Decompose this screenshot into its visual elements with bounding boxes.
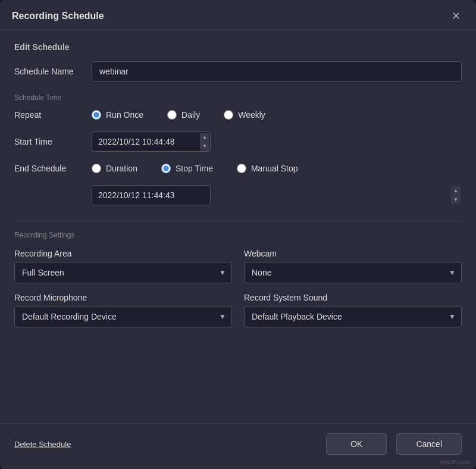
repeat-weekly[interactable]: Weekly [224,110,265,120]
end-time-wrapper: ▲ ▼ [92,185,462,205]
webcam-select-wrapper: None Default Webcam ▼ [244,262,462,283]
repeat-daily-radio[interactable] [167,110,177,120]
dialog-body: Edit Schedule Schedule Name Schedule Tim… [0,30,476,423]
end-duration-label: Duration [106,164,137,173]
end-schedule-row: End Schedule Duration Stop Time [14,164,462,173]
dialog-footer: Delete Schedule OK Cancel [0,423,476,469]
record-microphone-select[interactable]: Default Recording Device None [14,306,232,327]
repeat-run-once-radio[interactable] [92,110,101,120]
repeat-daily-label: Daily [181,110,200,120]
start-time-up[interactable]: ▲ [200,133,209,142]
repeat-run-once-label: Run Once [106,110,143,120]
dialog-title: Recording Schedule [12,11,104,21]
webcam-label: Webcam [244,249,462,258]
start-time-control: ▲ ▼ [92,132,462,152]
end-schedule-options: Duration Stop Time Manual Stop [92,164,462,173]
area-webcam-row: Recording Area Full Screen Custom Region… [14,249,462,283]
mic-system-row: Record Microphone Default Recording Devi… [14,293,462,327]
webcam-select[interactable]: None Default Webcam [244,262,462,283]
start-time-input[interactable] [92,132,211,152]
end-stop-time[interactable]: Stop Time [161,164,213,173]
recording-area-group: Recording Area Full Screen Custom Region… [14,249,232,283]
end-manual-stop[interactable]: Manual Stop [237,164,298,173]
repeat-daily[interactable]: Daily [167,110,200,120]
record-microphone-group: Record Microphone Default Recording Devi… [14,293,232,327]
title-bar: Recording Schedule ✕ [0,0,476,30]
recording-area-label: Recording Area [14,249,232,258]
close-button[interactable]: ✕ [448,10,464,23]
record-system-sound-group: Record System Sound Default Playback Dev… [244,293,462,327]
recording-area-select[interactable]: Full Screen Custom Region Window [14,262,232,283]
record-microphone-select-wrapper: Default Recording Device None ▼ [14,306,232,327]
schedule-time-label: Schedule Time [14,93,462,102]
start-time-wrapper: ▲ ▼ [92,132,211,152]
start-time-row: Start Time ▲ ▼ [14,132,462,152]
end-time-spin: ▲ ▼ [451,186,461,204]
record-system-sound-label: Record System Sound [244,293,462,302]
repeat-radio-group: Run Once Daily Weekly [92,110,265,120]
repeat-row: Repeat Run Once Daily Weekly [14,110,462,120]
record-microphone-label: Record Microphone [14,293,232,302]
schedule-name-label: Schedule Name [14,67,92,76]
watermark: wsxdn.com [440,459,470,465]
schedule-time-section: Schedule Time Repeat Run Once Daily [14,93,462,205]
edit-schedule-heading: Edit Schedule [14,42,462,52]
end-stop-time-radio[interactable] [161,164,171,173]
end-manual-stop-label: Manual Stop [251,164,298,173]
end-stop-time-label: Stop Time [176,164,213,173]
repeat-options: Run Once Daily Weekly [92,110,462,120]
start-time-label: Start Time [14,137,92,146]
repeat-weekly-label: Weekly [238,110,265,120]
section-divider [14,221,462,221]
end-time-input[interactable] [92,185,211,205]
start-time-down[interactable]: ▼ [200,142,209,151]
record-system-sound-select-wrapper: Default Playback Device None ▼ [244,306,462,327]
webcam-group: Webcam None Default Webcam ▼ [244,249,462,283]
start-time-spin: ▲ ▼ [200,133,209,151]
end-time-block: ▲ ▼ [92,185,462,205]
end-duration-radio[interactable] [92,164,101,173]
record-system-sound-select[interactable]: Default Playback Device None [244,306,462,327]
end-schedule-radio-group: Duration Stop Time Manual Stop [92,164,298,173]
end-manual-stop-radio[interactable] [237,164,246,173]
recording-schedule-dialog: Recording Schedule ✕ Edit Schedule Sched… [0,0,476,469]
end-schedule-label: End Schedule [14,164,92,173]
schedule-name-control [92,61,462,82]
end-time-down[interactable]: ▼ [451,195,461,204]
cancel-button[interactable]: Cancel [396,433,462,455]
end-time-up[interactable]: ▲ [451,186,461,195]
footer-buttons: OK Cancel [326,433,462,455]
ok-button[interactable]: OK [326,433,387,455]
schedule-name-row: Schedule Name [14,61,462,82]
repeat-weekly-radio[interactable] [224,110,233,120]
repeat-label: Repeat [14,110,92,120]
schedule-name-input[interactable] [92,61,462,82]
repeat-run-once[interactable]: Run Once [92,110,143,120]
recording-settings-label: Recording Settings [14,231,462,239]
end-duration[interactable]: Duration [92,164,137,173]
delete-schedule-button[interactable]: Delete Schedule [14,440,71,449]
recording-area-select-wrapper: Full Screen Custom Region Window ▼ [14,262,232,283]
